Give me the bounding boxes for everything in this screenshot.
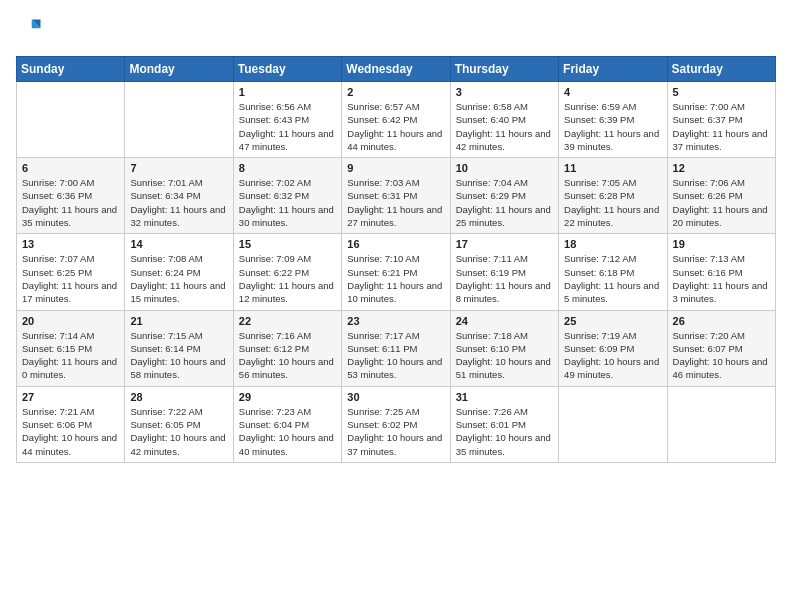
day-info: Sunrise: 7:04 AM Sunset: 6:29 PM Dayligh… [456,176,553,229]
day-info: Sunrise: 6:59 AM Sunset: 6:39 PM Dayligh… [564,100,661,153]
day-info: Sunrise: 7:00 AM Sunset: 6:37 PM Dayligh… [673,100,770,153]
weekday-header-saturday: Saturday [667,57,775,82]
day-info: Sunrise: 7:12 AM Sunset: 6:18 PM Dayligh… [564,252,661,305]
day-info: Sunrise: 7:10 AM Sunset: 6:21 PM Dayligh… [347,252,444,305]
day-number: 3 [456,86,553,98]
day-info: Sunrise: 7:20 AM Sunset: 6:07 PM Dayligh… [673,329,770,382]
day-info: Sunrise: 7:26 AM Sunset: 6:01 PM Dayligh… [456,405,553,458]
day-number: 8 [239,162,336,174]
day-number: 16 [347,238,444,250]
calendar-cell: 19Sunrise: 7:13 AM Sunset: 6:16 PM Dayli… [667,234,775,310]
day-info: Sunrise: 7:11 AM Sunset: 6:19 PM Dayligh… [456,252,553,305]
day-info: Sunrise: 7:02 AM Sunset: 6:32 PM Dayligh… [239,176,336,229]
day-info: Sunrise: 6:56 AM Sunset: 6:43 PM Dayligh… [239,100,336,153]
calendar-cell [125,82,233,158]
day-info: Sunrise: 7:23 AM Sunset: 6:04 PM Dayligh… [239,405,336,458]
day-number: 1 [239,86,336,98]
day-info: Sunrise: 7:06 AM Sunset: 6:26 PM Dayligh… [673,176,770,229]
calendar-cell: 12Sunrise: 7:06 AM Sunset: 6:26 PM Dayli… [667,158,775,234]
weekday-header-thursday: Thursday [450,57,558,82]
calendar-cell: 14Sunrise: 7:08 AM Sunset: 6:24 PM Dayli… [125,234,233,310]
day-info: Sunrise: 7:05 AM Sunset: 6:28 PM Dayligh… [564,176,661,229]
day-number: 2 [347,86,444,98]
calendar-cell: 9Sunrise: 7:03 AM Sunset: 6:31 PM Daylig… [342,158,450,234]
day-info: Sunrise: 7:16 AM Sunset: 6:12 PM Dayligh… [239,329,336,382]
week-row-2: 6Sunrise: 7:00 AM Sunset: 6:36 PM Daylig… [17,158,776,234]
calendar-cell: 31Sunrise: 7:26 AM Sunset: 6:01 PM Dayli… [450,386,558,462]
day-number: 27 [22,391,119,403]
calendar-cell: 4Sunrise: 6:59 AM Sunset: 6:39 PM Daylig… [559,82,667,158]
day-info: Sunrise: 7:14 AM Sunset: 6:15 PM Dayligh… [22,329,119,382]
day-info: Sunrise: 6:58 AM Sunset: 6:40 PM Dayligh… [456,100,553,153]
day-number: 31 [456,391,553,403]
week-row-3: 13Sunrise: 7:07 AM Sunset: 6:25 PM Dayli… [17,234,776,310]
calendar-cell: 24Sunrise: 7:18 AM Sunset: 6:10 PM Dayli… [450,310,558,386]
day-number: 30 [347,391,444,403]
day-number: 6 [22,162,119,174]
day-info: Sunrise: 7:07 AM Sunset: 6:25 PM Dayligh… [22,252,119,305]
weekday-header-wednesday: Wednesday [342,57,450,82]
weekday-header-sunday: Sunday [17,57,125,82]
day-number: 20 [22,315,119,327]
day-info: Sunrise: 7:17 AM Sunset: 6:11 PM Dayligh… [347,329,444,382]
calendar-cell: 7Sunrise: 7:01 AM Sunset: 6:34 PM Daylig… [125,158,233,234]
calendar-cell: 21Sunrise: 7:15 AM Sunset: 6:14 PM Dayli… [125,310,233,386]
calendar-cell: 11Sunrise: 7:05 AM Sunset: 6:28 PM Dayli… [559,158,667,234]
calendar-cell: 16Sunrise: 7:10 AM Sunset: 6:21 PM Dayli… [342,234,450,310]
day-number: 21 [130,315,227,327]
day-info: Sunrise: 7:08 AM Sunset: 6:24 PM Dayligh… [130,252,227,305]
day-number: 5 [673,86,770,98]
calendar-cell: 22Sunrise: 7:16 AM Sunset: 6:12 PM Dayli… [233,310,341,386]
day-number: 14 [130,238,227,250]
calendar-cell: 26Sunrise: 7:20 AM Sunset: 6:07 PM Dayli… [667,310,775,386]
day-info: Sunrise: 6:57 AM Sunset: 6:42 PM Dayligh… [347,100,444,153]
day-number: 26 [673,315,770,327]
day-info: Sunrise: 7:09 AM Sunset: 6:22 PM Dayligh… [239,252,336,305]
day-info: Sunrise: 7:03 AM Sunset: 6:31 PM Dayligh… [347,176,444,229]
week-row-4: 20Sunrise: 7:14 AM Sunset: 6:15 PM Dayli… [17,310,776,386]
calendar-cell: 8Sunrise: 7:02 AM Sunset: 6:32 PM Daylig… [233,158,341,234]
day-number: 29 [239,391,336,403]
day-info: Sunrise: 7:13 AM Sunset: 6:16 PM Dayligh… [673,252,770,305]
weekday-header-monday: Monday [125,57,233,82]
day-number: 24 [456,315,553,327]
day-number: 19 [673,238,770,250]
calendar-cell: 18Sunrise: 7:12 AM Sunset: 6:18 PM Dayli… [559,234,667,310]
calendar-cell: 23Sunrise: 7:17 AM Sunset: 6:11 PM Dayli… [342,310,450,386]
day-number: 25 [564,315,661,327]
logo-icon [16,16,44,44]
day-info: Sunrise: 7:18 AM Sunset: 6:10 PM Dayligh… [456,329,553,382]
calendar-cell: 10Sunrise: 7:04 AM Sunset: 6:29 PM Dayli… [450,158,558,234]
day-info: Sunrise: 7:15 AM Sunset: 6:14 PM Dayligh… [130,329,227,382]
calendar-table: SundayMondayTuesdayWednesdayThursdayFrid… [16,56,776,463]
calendar-cell: 2Sunrise: 6:57 AM Sunset: 6:42 PM Daylig… [342,82,450,158]
weekday-header-tuesday: Tuesday [233,57,341,82]
logo [16,16,48,44]
page-header [16,16,776,44]
day-info: Sunrise: 7:22 AM Sunset: 6:05 PM Dayligh… [130,405,227,458]
calendar-cell: 30Sunrise: 7:25 AM Sunset: 6:02 PM Dayli… [342,386,450,462]
calendar-cell [667,386,775,462]
weekday-header-friday: Friday [559,57,667,82]
day-info: Sunrise: 7:21 AM Sunset: 6:06 PM Dayligh… [22,405,119,458]
day-info: Sunrise: 7:01 AM Sunset: 6:34 PM Dayligh… [130,176,227,229]
day-number: 13 [22,238,119,250]
calendar-cell: 17Sunrise: 7:11 AM Sunset: 6:19 PM Dayli… [450,234,558,310]
day-number: 4 [564,86,661,98]
calendar-cell: 29Sunrise: 7:23 AM Sunset: 6:04 PM Dayli… [233,386,341,462]
day-number: 22 [239,315,336,327]
day-number: 17 [456,238,553,250]
week-row-1: 1Sunrise: 6:56 AM Sunset: 6:43 PM Daylig… [17,82,776,158]
calendar-cell: 6Sunrise: 7:00 AM Sunset: 6:36 PM Daylig… [17,158,125,234]
day-info: Sunrise: 7:25 AM Sunset: 6:02 PM Dayligh… [347,405,444,458]
week-row-5: 27Sunrise: 7:21 AM Sunset: 6:06 PM Dayli… [17,386,776,462]
day-number: 7 [130,162,227,174]
calendar-cell: 27Sunrise: 7:21 AM Sunset: 6:06 PM Dayli… [17,386,125,462]
day-number: 11 [564,162,661,174]
calendar-cell: 13Sunrise: 7:07 AM Sunset: 6:25 PM Dayli… [17,234,125,310]
day-number: 10 [456,162,553,174]
weekday-header-row: SundayMondayTuesdayWednesdayThursdayFrid… [17,57,776,82]
calendar-cell [17,82,125,158]
calendar-cell [559,386,667,462]
day-number: 23 [347,315,444,327]
